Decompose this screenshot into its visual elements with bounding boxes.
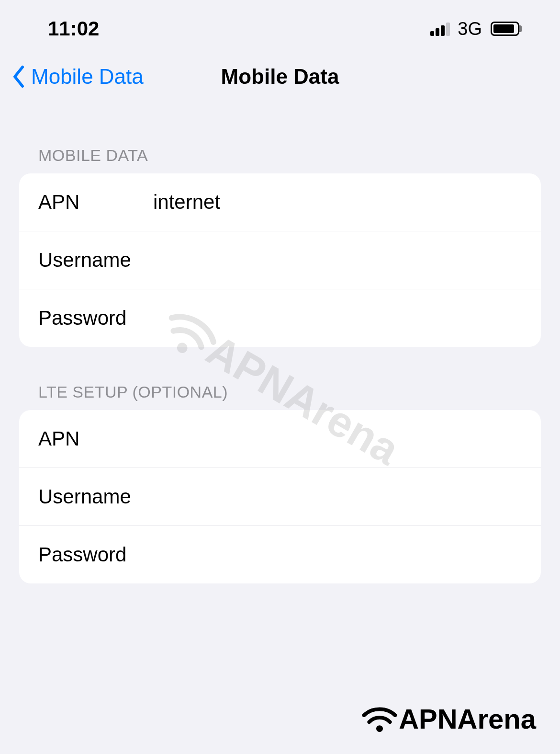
- chevron-left-icon: [12, 65, 25, 88]
- field-label: Password: [38, 307, 153, 330]
- password-input[interactable]: [153, 307, 522, 330]
- watermark-footer: APNArena: [360, 703, 536, 735]
- watermark-footer-text: APNArena: [399, 703, 536, 735]
- field-row-password[interactable]: Password: [19, 289, 541, 347]
- status-bar: 11:02 3G: [0, 0, 560, 53]
- lte-password-input[interactable]: [153, 543, 522, 566]
- network-type-label: 3G: [458, 19, 482, 39]
- field-label: Username: [38, 249, 153, 272]
- field-group: APN Username Password: [19, 410, 541, 583]
- battery-icon: [491, 22, 522, 36]
- status-indicators: 3G: [430, 19, 522, 39]
- lte-apn-input[interactable]: [153, 427, 522, 450]
- field-label: Password: [38, 543, 153, 566]
- wifi-icon: [360, 704, 399, 734]
- signal-strength-icon: [430, 22, 450, 36]
- field-group: APN Username Password: [19, 173, 541, 347]
- navigation-bar: Mobile Data Mobile Data: [0, 53, 560, 105]
- username-input[interactable]: [153, 249, 522, 272]
- section-header: LTE SETUP (OPTIONAL): [0, 383, 560, 410]
- field-row-password[interactable]: Password: [19, 526, 541, 583]
- field-row-apn[interactable]: APN: [19, 173, 541, 231]
- field-row-username[interactable]: Username: [19, 231, 541, 289]
- field-label: APN: [38, 191, 153, 214]
- lte-username-input[interactable]: [153, 485, 522, 508]
- field-label: Username: [38, 485, 153, 508]
- svg-point-1: [376, 725, 383, 732]
- field-row-apn[interactable]: APN: [19, 410, 541, 468]
- back-button[interactable]: Mobile Data: [12, 65, 144, 89]
- apn-input[interactable]: [153, 191, 522, 214]
- section-mobile-data: MOBILE DATA APN Username Password: [0, 146, 560, 347]
- back-button-label: Mobile Data: [31, 65, 144, 89]
- section-lte-setup: LTE SETUP (OPTIONAL) APN Username Passwo…: [0, 383, 560, 583]
- field-row-username[interactable]: Username: [19, 468, 541, 526]
- page-title: Mobile Data: [221, 65, 339, 89]
- status-time: 11:02: [48, 17, 99, 40]
- field-label: APN: [38, 427, 153, 450]
- section-header: MOBILE DATA: [0, 146, 560, 173]
